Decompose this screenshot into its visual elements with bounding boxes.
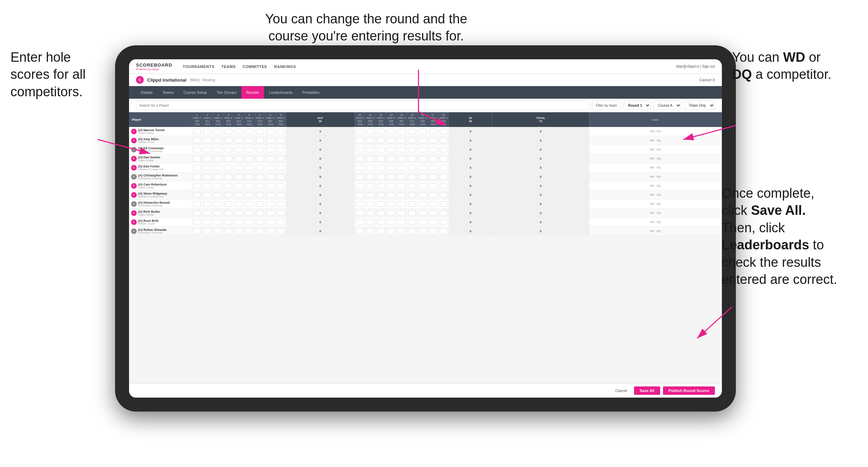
dq-button[interactable]: DQ (656, 211, 662, 215)
hole-13-score[interactable] (386, 163, 397, 172)
hole-4-score[interactable] (223, 190, 234, 199)
hole-15-score[interactable] (407, 127, 417, 136)
hole-16-score[interactable] (417, 218, 428, 227)
hole-5-score[interactable] (234, 145, 244, 154)
hole-14-score[interactable] (397, 172, 407, 181)
save-all-button[interactable]: Save All (634, 386, 660, 395)
nav-tournaments[interactable]: TOURNAMENTS (183, 65, 214, 69)
hole-12-score[interactable] (376, 136, 386, 145)
hole-9-score[interactable] (276, 172, 286, 181)
hole-5-score[interactable] (234, 127, 244, 136)
hole-2-score[interactable] (202, 145, 213, 154)
hole-13-score[interactable] (386, 199, 397, 209)
tab-printables[interactable]: Printables (297, 86, 324, 99)
hole-15-score[interactable] (407, 163, 417, 172)
hole-1-score[interactable] (192, 127, 202, 136)
hole-14-score[interactable] (397, 145, 407, 154)
hole-6-score[interactable] (244, 127, 255, 136)
round-select[interactable]: Round 1 (624, 101, 651, 110)
hole-11-score[interactable] (365, 154, 376, 163)
hole-16-score[interactable] (417, 163, 428, 172)
tab-course-setup[interactable]: Course Setup (179, 86, 212, 99)
hole-14-score[interactable] (397, 163, 407, 172)
tab-results[interactable]: Results (241, 86, 264, 99)
hole-13-score[interactable] (386, 190, 397, 199)
hole-8-score[interactable] (265, 145, 276, 154)
hole-13-score[interactable] (386, 227, 397, 236)
hole-11-score[interactable] (365, 209, 376, 218)
hole-4-score[interactable] (223, 145, 234, 154)
hole-7-score[interactable] (255, 154, 265, 163)
hole-8-score[interactable] (265, 154, 276, 163)
hole-2-score[interactable] (202, 136, 213, 145)
hole-3-score[interactable] (213, 209, 223, 218)
hole-3-score[interactable] (213, 163, 223, 172)
hole-14-score[interactable] (397, 136, 407, 145)
hole-3-score[interactable] (213, 227, 223, 236)
hole-6-score[interactable] (244, 209, 255, 218)
hole-2-score[interactable] (202, 154, 213, 163)
course-select[interactable]: Course A (654, 101, 681, 110)
hole-13-score[interactable] (386, 145, 397, 154)
hole-5-score[interactable] (234, 209, 244, 218)
hole-9-score[interactable] (276, 145, 286, 154)
hole-1-score[interactable] (192, 145, 202, 154)
hole-4-score[interactable] (223, 172, 234, 181)
hole-5-score[interactable] (234, 154, 244, 163)
publish-round-scores-button[interactable]: Publish Round Scores (663, 386, 715, 395)
hole-12-score[interactable] (376, 172, 386, 181)
hole-16-score[interactable] (417, 172, 428, 181)
hole-14-score[interactable] (397, 127, 407, 136)
hole-2-score[interactable] (202, 199, 213, 209)
hole-10-score[interactable] (355, 154, 365, 163)
hole-5-score[interactable] (234, 227, 244, 236)
hole-8-score[interactable] (265, 190, 276, 199)
hole-12-score[interactable] (376, 190, 386, 199)
hole-12-score[interactable] (376, 218, 386, 227)
hole-3-score[interactable] (213, 145, 223, 154)
hole-6-score[interactable] (244, 218, 255, 227)
hole-8-score[interactable] (265, 218, 276, 227)
hole-5-score[interactable] (234, 218, 244, 227)
hole-5-score[interactable] (234, 190, 244, 199)
hole-6-score[interactable] (244, 190, 255, 199)
hole-1-score[interactable] (192, 190, 202, 199)
hole-8-score[interactable] (265, 209, 276, 218)
hole-10-score[interactable] (355, 227, 365, 236)
hole-1-score[interactable] (192, 199, 202, 209)
hole-11-score[interactable] (365, 190, 376, 199)
hole-7-score[interactable] (255, 227, 265, 236)
hole-1-score[interactable] (192, 154, 202, 163)
hole-18-score[interactable] (438, 227, 449, 236)
hole-9-score[interactable] (276, 227, 286, 236)
dq-button[interactable]: DQ (656, 229, 662, 233)
hole-16-score[interactable] (417, 136, 428, 145)
hole-2-score[interactable] (202, 227, 213, 236)
hole-13-score[interactable] (386, 218, 397, 227)
hole-6-score[interactable] (244, 181, 255, 190)
hole-6-score[interactable] (244, 163, 255, 172)
hole-4-score[interactable] (223, 227, 234, 236)
hole-5-score[interactable] (234, 181, 244, 190)
wd-button[interactable]: WD (649, 184, 656, 188)
hole-12-score[interactable] (376, 154, 386, 163)
hole-6-score[interactable] (244, 199, 255, 209)
hole-16-score[interactable] (417, 209, 428, 218)
hole-9-score[interactable] (276, 199, 286, 209)
hole-18-score[interactable] (438, 218, 449, 227)
hole-11-score[interactable] (365, 127, 376, 136)
hole-13-score[interactable] (386, 136, 397, 145)
hole-7-score[interactable] (255, 172, 265, 181)
hole-14-score[interactable] (397, 190, 407, 199)
hole-9-score[interactable] (276, 154, 286, 163)
wd-button[interactable]: WD (649, 175, 656, 179)
hole-12-score[interactable] (376, 199, 386, 209)
dq-button[interactable]: DQ (656, 175, 662, 179)
wd-button[interactable]: WD (649, 129, 656, 133)
hole-7-score[interactable] (255, 163, 265, 172)
hole-9-score[interactable] (276, 163, 286, 172)
hole-17-score[interactable] (428, 190, 438, 199)
hole-4-score[interactable] (223, 218, 234, 227)
hole-17-score[interactable] (428, 163, 438, 172)
hole-18-score[interactable] (438, 199, 449, 209)
